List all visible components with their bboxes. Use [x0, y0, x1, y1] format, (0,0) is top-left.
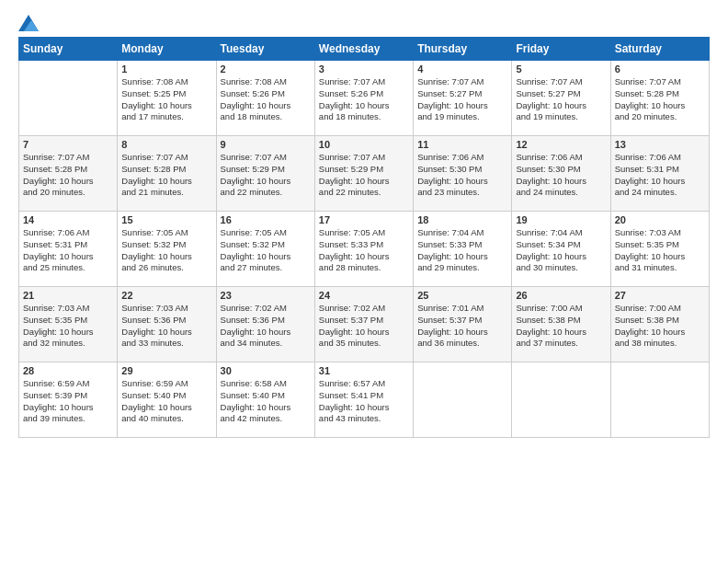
calendar-cell: 27Sunrise: 7:00 AM Sunset: 5:38 PM Dayli…: [610, 287, 709, 362]
day-info: Sunrise: 6:57 AM Sunset: 5:41 PM Dayligh…: [319, 378, 409, 425]
day-info: Sunrise: 6:59 AM Sunset: 5:40 PM Dayligh…: [121, 378, 211, 425]
day-number: 8: [121, 139, 211, 150]
calendar-cell: 31Sunrise: 6:57 AM Sunset: 5:41 PM Dayli…: [314, 362, 413, 438]
day-number: 12: [516, 139, 606, 150]
day-number: 22: [121, 290, 211, 301]
calendar-header-monday: Monday: [118, 38, 216, 61]
day-info: Sunrise: 7:07 AM Sunset: 5:29 PM Dayligh…: [221, 152, 311, 199]
day-number: 10: [319, 139, 409, 150]
calendar-cell: 28Sunrise: 6:59 AM Sunset: 5:39 PM Dayli…: [19, 362, 118, 438]
day-info: Sunrise: 7:06 AM Sunset: 5:30 PM Dayligh…: [516, 152, 606, 199]
day-info: Sunrise: 7:07 AM Sunset: 5:29 PM Dayligh…: [319, 152, 409, 199]
calendar-cell: 30Sunrise: 6:58 AM Sunset: 5:40 PM Dayli…: [216, 362, 314, 438]
calendar-cell: 22Sunrise: 7:03 AM Sunset: 5:36 PM Dayli…: [118, 287, 216, 362]
day-info: Sunrise: 7:05 AM Sunset: 5:32 PM Dayligh…: [121, 227, 211, 274]
day-number: 30: [221, 365, 311, 376]
calendar-cell: 4Sunrise: 7:07 AM Sunset: 5:27 PM Daylig…: [414, 61, 512, 136]
day-info: Sunrise: 7:05 AM Sunset: 5:32 PM Dayligh…: [221, 227, 311, 274]
calendar-cell: 3Sunrise: 7:07 AM Sunset: 5:26 PM Daylig…: [314, 61, 413, 136]
day-info: Sunrise: 7:07 AM Sunset: 5:27 PM Dayligh…: [516, 76, 606, 123]
day-info: Sunrise: 6:58 AM Sunset: 5:40 PM Dayligh…: [221, 378, 311, 425]
calendar-cell: [610, 362, 709, 438]
day-info: Sunrise: 7:06 AM Sunset: 5:30 PM Dayligh…: [417, 152, 507, 199]
day-info: Sunrise: 7:03 AM Sunset: 5:36 PM Dayligh…: [121, 303, 211, 350]
calendar-cell: 1Sunrise: 7:08 AM Sunset: 5:25 PM Daylig…: [118, 61, 216, 136]
day-number: 27: [615, 290, 705, 301]
day-number: 21: [23, 290, 113, 301]
day-number: 7: [23, 139, 113, 150]
calendar-cell: 2Sunrise: 7:08 AM Sunset: 5:26 PM Daylig…: [216, 61, 314, 136]
calendar-table: SundayMondayTuesdayWednesdayThursdayFrid…: [18, 37, 710, 438]
day-info: Sunrise: 7:03 AM Sunset: 5:35 PM Dayligh…: [23, 303, 113, 350]
calendar-cell: 8Sunrise: 7:07 AM Sunset: 5:28 PM Daylig…: [118, 136, 216, 212]
calendar-cell: 18Sunrise: 7:04 AM Sunset: 5:33 PM Dayli…: [414, 212, 512, 287]
calendar-cell: 6Sunrise: 7:07 AM Sunset: 5:28 PM Daylig…: [610, 61, 709, 136]
day-info: Sunrise: 7:02 AM Sunset: 5:37 PM Dayligh…: [319, 303, 409, 350]
calendar-header-sunday: Sunday: [19, 38, 118, 61]
day-number: 23: [221, 290, 311, 301]
day-info: Sunrise: 7:04 AM Sunset: 5:33 PM Dayligh…: [417, 227, 507, 274]
calendar-cell: 13Sunrise: 7:06 AM Sunset: 5:31 PM Dayli…: [610, 136, 709, 212]
day-info: Sunrise: 7:06 AM Sunset: 5:31 PM Dayligh…: [23, 227, 113, 274]
calendar-cell: 16Sunrise: 7:05 AM Sunset: 5:32 PM Dayli…: [216, 212, 314, 287]
calendar-week-row: 14Sunrise: 7:06 AM Sunset: 5:31 PM Dayli…: [19, 212, 710, 287]
calendar-cell: 9Sunrise: 7:07 AM Sunset: 5:29 PM Daylig…: [216, 136, 314, 212]
day-number: 4: [417, 63, 507, 75]
day-number: 15: [121, 214, 211, 225]
calendar-cell: 19Sunrise: 7:04 AM Sunset: 5:34 PM Dayli…: [512, 212, 610, 287]
calendar-cell: 12Sunrise: 7:06 AM Sunset: 5:30 PM Dayli…: [512, 136, 610, 212]
logo-icon: [18, 15, 39, 31]
day-number: 5: [516, 63, 606, 75]
day-number: 20: [615, 214, 705, 225]
day-number: 6: [615, 63, 705, 75]
day-info: Sunrise: 7:01 AM Sunset: 5:37 PM Dayligh…: [417, 303, 507, 350]
calendar-cell: 7Sunrise: 7:07 AM Sunset: 5:28 PM Daylig…: [19, 136, 118, 212]
calendar-cell: 10Sunrise: 7:07 AM Sunset: 5:29 PM Dayli…: [314, 136, 413, 212]
day-info: Sunrise: 7:07 AM Sunset: 5:27 PM Dayligh…: [417, 76, 507, 123]
calendar-cell: 25Sunrise: 7:01 AM Sunset: 5:37 PM Dayli…: [414, 287, 512, 362]
day-info: Sunrise: 7:05 AM Sunset: 5:33 PM Dayligh…: [319, 227, 409, 274]
day-number: 28: [23, 365, 113, 376]
day-number: 3: [319, 63, 409, 75]
day-info: Sunrise: 7:00 AM Sunset: 5:38 PM Dayligh…: [615, 303, 705, 350]
day-number: 13: [615, 139, 705, 150]
day-number: 2: [221, 63, 311, 75]
calendar-cell: [414, 362, 512, 438]
day-number: 26: [516, 290, 606, 301]
calendar-header-row: SundayMondayTuesdayWednesdayThursdayFrid…: [19, 38, 710, 61]
calendar-cell: 15Sunrise: 7:05 AM Sunset: 5:32 PM Dayli…: [118, 212, 216, 287]
calendar-week-row: 21Sunrise: 7:03 AM Sunset: 5:35 PM Dayli…: [19, 287, 710, 362]
calendar-header-thursday: Thursday: [414, 38, 512, 61]
day-info: Sunrise: 7:02 AM Sunset: 5:36 PM Dayligh…: [221, 303, 311, 350]
calendar-header-wednesday: Wednesday: [314, 38, 413, 61]
day-number: 29: [121, 365, 211, 376]
day-number: 17: [319, 214, 409, 225]
calendar-header-friday: Friday: [512, 38, 610, 61]
calendar-week-row: 7Sunrise: 7:07 AM Sunset: 5:28 PM Daylig…: [19, 136, 710, 212]
calendar-cell: 17Sunrise: 7:05 AM Sunset: 5:33 PM Dayli…: [314, 212, 413, 287]
calendar-cell: 24Sunrise: 7:02 AM Sunset: 5:37 PM Dayli…: [314, 287, 413, 362]
calendar-cell: [512, 362, 610, 438]
day-info: Sunrise: 6:59 AM Sunset: 5:39 PM Dayligh…: [23, 378, 113, 425]
day-info: Sunrise: 7:00 AM Sunset: 5:38 PM Dayligh…: [516, 303, 606, 350]
day-number: 19: [516, 214, 606, 225]
day-number: 31: [319, 365, 409, 376]
calendar-cell: 20Sunrise: 7:03 AM Sunset: 5:35 PM Dayli…: [610, 212, 709, 287]
day-info: Sunrise: 7:06 AM Sunset: 5:31 PM Dayligh…: [615, 152, 705, 199]
day-number: 25: [417, 290, 507, 301]
day-info: Sunrise: 7:07 AM Sunset: 5:28 PM Dayligh…: [121, 152, 211, 199]
calendar-cell: [19, 61, 118, 136]
calendar-cell: 21Sunrise: 7:03 AM Sunset: 5:35 PM Dayli…: [19, 287, 118, 362]
calendar-header-tuesday: Tuesday: [216, 38, 314, 61]
calendar-week-row: 1Sunrise: 7:08 AM Sunset: 5:25 PM Daylig…: [19, 61, 710, 136]
calendar-cell: 26Sunrise: 7:00 AM Sunset: 5:38 PM Dayli…: [512, 287, 610, 362]
day-info: Sunrise: 7:08 AM Sunset: 5:26 PM Dayligh…: [221, 76, 311, 123]
day-number: 18: [417, 214, 507, 225]
logo: [18, 15, 42, 31]
day-info: Sunrise: 7:07 AM Sunset: 5:28 PM Dayligh…: [23, 152, 113, 199]
day-number: 11: [417, 139, 507, 150]
calendar-week-row: 28Sunrise: 6:59 AM Sunset: 5:39 PM Dayli…: [19, 362, 710, 438]
calendar-cell: 11Sunrise: 7:06 AM Sunset: 5:30 PM Dayli…: [414, 136, 512, 212]
day-info: Sunrise: 7:03 AM Sunset: 5:35 PM Dayligh…: [615, 227, 705, 274]
day-number: 16: [221, 214, 311, 225]
